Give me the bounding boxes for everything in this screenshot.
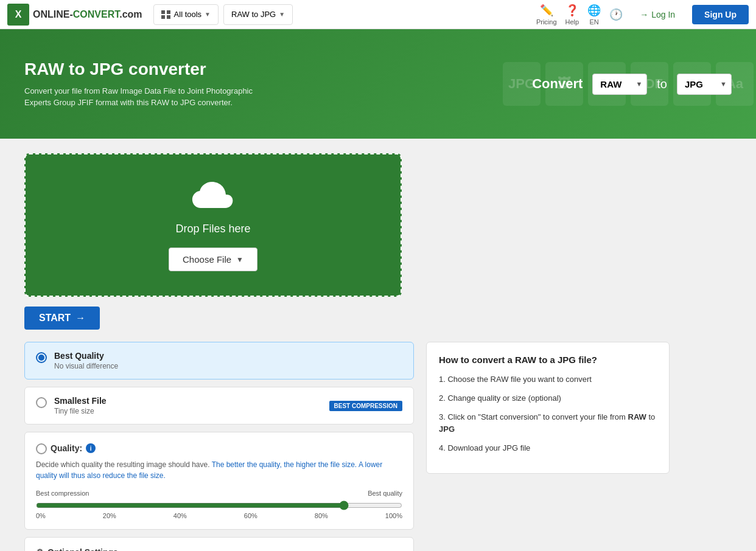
smallest-file-option[interactable]: Smallest File Tiny file size BEST COMPRE… <box>24 387 414 425</box>
help-label: Help <box>565 18 579 26</box>
quality-description: Decide which quality the resulting image… <box>36 459 402 481</box>
slider-pct-labels: 0% 20% 40% 60% 80% 100% <box>36 512 402 519</box>
right-column: How to convert a RAW to a JPG file? 1. C… <box>426 342 670 551</box>
best-quality-body: Best Quality No visual difference <box>54 351 402 370</box>
start-button[interactable]: START → <box>24 307 100 330</box>
history-icon: 🕐 <box>609 8 623 21</box>
smallest-file-row: Smallest File Tiny file size BEST COMPRE… <box>54 396 402 415</box>
pricing-icon: ✏️ <box>540 4 553 17</box>
radio-inner <box>38 355 44 361</box>
navbar: X ONLINE-CONVERT.com All tools ▼ RAW to … <box>0 0 756 29</box>
lang-label: EN <box>590 18 599 26</box>
optional-settings-section: ⚙ Optional Settings Change size: i Width… <box>24 537 414 551</box>
quality-radio[interactable] <box>36 443 47 454</box>
pct-20: 20% <box>103 512 116 519</box>
start-label: START <box>39 313 71 324</box>
slider-labels: Best compression Best quality <box>36 490 402 497</box>
upload-icon <box>192 179 234 215</box>
pct-100: 100% <box>385 512 402 519</box>
banner: RAW to JPG converter Convert your file f… <box>0 29 756 139</box>
pricing-label: Pricing <box>536 18 557 26</box>
logo-text: ONLINE-CONVERT.com <box>33 9 142 20</box>
how-to-step-2: 2. Change quality or size (optional) <box>439 392 657 405</box>
optional-title-text: Optional Settings <box>47 547 118 551</box>
slider-left-label: Best compression <box>36 490 89 497</box>
help-nav-item[interactable]: ❓ Help <box>565 4 579 26</box>
all-tools-label: All tools <box>174 10 202 19</box>
best-quality-radio[interactable] <box>36 352 47 363</box>
smallest-file-title: Smallest File <box>54 396 329 406</box>
to-select-wrapper: JPG ▼ <box>677 74 732 95</box>
smallest-file-sub: Tiny file size <box>54 407 329 415</box>
quality-info-icon[interactable]: i <box>86 443 96 453</box>
signup-button[interactable]: Sign Up <box>692 5 749 24</box>
quality-link[interactable]: The better the quality, the higher the f… <box>36 460 382 480</box>
pct-80: 80% <box>315 512 328 519</box>
logo-icon: X <box>7 4 29 26</box>
left-column: Best Quality No visual difference Smalle… <box>24 342 414 551</box>
pct-0: 0% <box>36 512 46 519</box>
banner-converter: Convert RAW ▼ to JPG ▼ <box>532 74 732 95</box>
converter-dropdown-button[interactable]: RAW to JPG ▼ <box>223 4 293 25</box>
how-to-box: How to convert a RAW to a JPG file? 1. C… <box>426 342 670 474</box>
quality-label: Quality: <box>51 443 82 453</box>
gear-icon: ⚙ <box>36 547 44 551</box>
to-format-select[interactable]: JPG <box>677 74 732 95</box>
to-label: to <box>657 77 667 91</box>
pct-40: 40% <box>173 512 187 519</box>
converter-label: RAW to JPG <box>231 10 276 19</box>
page-title: RAW to JPG converter <box>24 60 532 79</box>
navbar-right: ✏️ Pricing ❓ Help 🌐 EN 🕐 → Log In Sign U… <box>536 4 749 26</box>
how-to-title: How to convert a RAW to a JPG file? <box>439 355 657 365</box>
quality-header: Quality: i <box>36 442 402 454</box>
how-to-step-4: 4. Download your JPG file <box>439 442 657 455</box>
optional-title: ⚙ Optional Settings <box>36 547 402 551</box>
slider-right-label: Best quality <box>368 490 402 497</box>
from-select-wrapper: RAW ▼ <box>592 74 647 95</box>
start-arrow-icon: → <box>75 313 85 324</box>
choose-file-button[interactable]: Choose File ▼ <box>169 248 257 271</box>
history-nav-item[interactable]: 🕐 <box>609 8 623 21</box>
from-format-select[interactable]: RAW <box>592 74 647 95</box>
globe-icon: 🌐 <box>587 4 601 17</box>
best-quality-option[interactable]: Best Quality No visual difference <box>24 342 414 379</box>
smallest-file-radio[interactable] <box>36 397 47 408</box>
help-icon: ❓ <box>565 4 579 17</box>
smallest-file-body: Smallest File Tiny file size <box>54 396 329 415</box>
best-quality-sub: No visual difference <box>54 362 402 370</box>
two-col-layout: Best Quality No visual difference Smalle… <box>24 342 670 551</box>
all-tools-arrow: ▼ <box>205 11 211 18</box>
how-to-step-1: 1. Choose the RAW file you want to conve… <box>439 373 657 386</box>
lang-nav-item[interactable]: 🌐 EN <box>587 4 601 26</box>
choose-file-arrow: ▼ <box>236 255 243 264</box>
choose-file-label: Choose File <box>183 254 231 265</box>
dropzone[interactable]: Drop Files here Choose File ▼ <box>24 153 402 297</box>
how-to-step-3: 3. Click on "Start conversion" to conver… <box>439 411 657 437</box>
pricing-nav-item[interactable]: ✏️ Pricing <box>536 4 557 26</box>
best-compression-badge: BEST COMPRESSION <box>329 401 402 411</box>
login-button[interactable]: → Log In <box>631 6 684 23</box>
all-tools-button[interactable]: All tools ▼ <box>153 4 219 25</box>
quality-slider[interactable] <box>36 501 402 510</box>
pct-60: 60% <box>244 512 257 519</box>
main-content: Drop Files here Choose File ▼ START → Be… <box>0 139 756 551</box>
banner-content: RAW to JPG converter Convert your file f… <box>24 60 532 109</box>
converter-arrow: ▼ <box>279 11 285 18</box>
quality-slider-section: Quality: i Decide which quality the resu… <box>24 432 414 530</box>
banner-description: Convert your file from Raw Image Data Fi… <box>24 85 280 109</box>
drop-text: Drop Files here <box>38 223 388 235</box>
convert-label: Convert <box>532 76 583 92</box>
logo[interactable]: X ONLINE-CONVERT.com <box>7 4 142 26</box>
best-quality-title: Best Quality <box>54 351 402 361</box>
